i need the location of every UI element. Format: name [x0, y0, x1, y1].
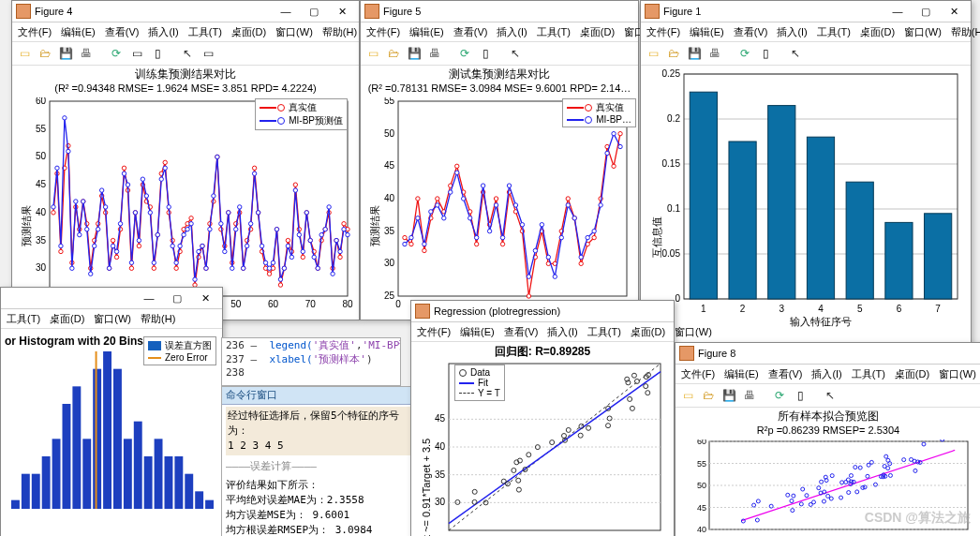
menu-desktop[interactable]: 桌面(D) [50, 312, 84, 326]
menu-insert[interactable]: 插入(I) [148, 25, 178, 39]
menu-tools[interactable]: 工具(T) [852, 367, 885, 381]
new-icon[interactable]: ▭ [645, 45, 661, 62]
histogram-window[interactable]: — ▢ ✕ 工具(T) 桌面(D) 窗口(W) 帮助(H) or Histogr… [0, 287, 223, 536]
figure-4-menubar[interactable]: 文件(F) 编辑(E) 查看(V) 插入(I) 工具(T) 桌面(D) 窗口(W… [12, 22, 359, 42]
minimize-button[interactable]: — [136, 290, 162, 306]
pan-icon[interactable]: ▯ [757, 45, 774, 62]
menu-desktop[interactable]: 桌面(D) [580, 25, 615, 39]
rotate-icon[interactable]: ⟳ [771, 387, 788, 404]
save-icon[interactable]: 💾 [720, 387, 737, 404]
fig5-legend[interactable]: 真实值 MI-BP… [562, 98, 636, 127]
hist-legend[interactable]: 误差直方图 Zero Error [143, 336, 216, 365]
menu-tools[interactable]: 工具(T) [7, 312, 40, 326]
menu-tools[interactable]: 工具(T) [817, 25, 851, 39]
menu-help[interactable]: 帮助(H) [951, 25, 980, 39]
menu-view[interactable]: 查看(V) [768, 367, 803, 381]
figure-1-axes[interactable]: 00.050.10.150.20.251234567输入特征序号 互信息值 [646, 68, 965, 342]
pan-icon[interactable]: ▯ [149, 45, 166, 62]
figure-5-axes[interactable]: 测试集预测结果对比 (R² =0.78131 RMSE= 3.0984 MSE=… [366, 67, 632, 314]
open-icon[interactable]: 🗁 [385, 45, 402, 62]
open-icon[interactable]: 🗁 [700, 387, 717, 404]
new-icon[interactable]: ▭ [16, 45, 33, 62]
menu-window[interactable]: 窗口(W) [275, 25, 313, 39]
open-icon[interactable]: 🗁 [665, 45, 682, 62]
menu-edit[interactable]: 编辑(E) [409, 25, 444, 39]
menu-insert[interactable]: 插入(I) [497, 25, 527, 39]
menu-insert[interactable]: 插入(I) [811, 367, 841, 381]
save-icon[interactable]: 💾 [406, 45, 423, 62]
menu-desktop[interactable]: 桌面(D) [860, 25, 895, 39]
menu-edit[interactable]: 编辑(E) [61, 25, 96, 39]
save-icon[interactable]: 💾 [57, 45, 74, 62]
editor-panel[interactable]: 236 – legend('真实值','MI-BP预测值'); 237 – xl… [221, 337, 401, 386]
menu-view[interactable]: 查看(V) [105, 25, 140, 39]
rotate-icon[interactable]: ⟳ [456, 45, 473, 62]
menu-window[interactable]: 窗口(W) [939, 367, 976, 381]
new-icon[interactable]: ▭ [364, 45, 381, 62]
minimize-button[interactable]: — [273, 3, 299, 20]
pointer-icon[interactable]: ↖ [507, 45, 524, 62]
pan-icon[interactable]: ▯ [792, 387, 809, 404]
menu-desktop[interactable]: 桌面(D) [631, 325, 665, 339]
new-icon[interactable]: ▭ [679, 387, 696, 404]
datatip-icon[interactable]: ▭ [200, 45, 216, 62]
pointer-icon[interactable]: ↖ [822, 387, 839, 404]
pointer-icon[interactable]: ↖ [179, 45, 196, 62]
figure-4-window[interactable]: Figure 4 — ▢ ✕ 文件(F) 编辑(E) 查看(V) 插入(I) 工… [11, 0, 360, 320]
maximize-button[interactable]: ▢ [913, 3, 939, 20]
figure-4-titlebar[interactable]: Figure 4 — ▢ ✕ [12, 1, 359, 22]
figure-8-titlebar[interactable]: Figure 8 [676, 343, 980, 365]
minimize-button[interactable]: — [884, 3, 911, 20]
reg-menubar[interactable]: 文件(F) 编辑(E) 查看(V) 插入(I) 工具(T) 桌面(D) 窗口(W… [411, 322, 674, 342]
menu-insert[interactable]: 插入(I) [547, 325, 577, 339]
figure-8-window[interactable]: Figure 8 文件(F) 编辑(E) 查看(V) 插入(I) 工具(T) 桌… [675, 342, 980, 536]
pointer-icon[interactable]: ↖ [787, 45, 804, 62]
menu-help[interactable]: 帮助(H) [141, 312, 175, 326]
menu-desktop[interactable]: 桌面(D) [231, 25, 266, 39]
menu-view[interactable]: 查看(V) [504, 325, 539, 339]
menu-view[interactable]: 查看(V) [734, 25, 768, 39]
open-icon[interactable]: 🗁 [37, 45, 53, 62]
menu-tools[interactable]: 工具(T) [587, 325, 621, 339]
rotate-icon[interactable]: ⟳ [736, 45, 753, 62]
menu-file[interactable]: 文件(F) [18, 25, 52, 39]
menu-file[interactable]: 文件(F) [681, 367, 715, 381]
figure-1-window[interactable]: Figure 1 — ▢ ✕ 文件(F) 编辑(E) 查看(V) 插入(I) 工… [640, 0, 972, 349]
menu-view[interactable]: 查看(V) [453, 25, 488, 39]
figure-1-titlebar[interactable]: Figure 1 — ▢ ✕ [641, 1, 971, 22]
figure-5-titlebar[interactable]: Figure 5 [361, 1, 638, 22]
print-icon[interactable]: 🖶 [741, 387, 758, 404]
zoom-icon[interactable]: ▭ [128, 45, 145, 62]
close-button[interactable]: ✕ [192, 290, 218, 306]
close-button[interactable]: ✕ [329, 3, 355, 20]
command-window[interactable]: 命令行窗口 经过特征选择后，保留5个特征的序号为： 1 2 3 4 5 ————… [221, 386, 418, 536]
hist-titlebar[interactable]: — ▢ ✕ [1, 288, 222, 309]
figure-8-menubar[interactable]: 文件(F) 编辑(E) 查看(V) 插入(I) 工具(T) 桌面(D) 窗口(W… [676, 365, 980, 384]
hist-menubar[interactable]: 工具(T) 桌面(D) 窗口(W) 帮助(H) [1, 309, 222, 329]
menu-tools[interactable]: 工具(T) [188, 25, 222, 39]
figure-1-menubar[interactable]: 文件(F) 编辑(E) 查看(V) 插入(I) 工具(T) 桌面(D) 窗口(W… [641, 22, 971, 42]
save-icon[interactable]: 💾 [686, 45, 703, 62]
menu-window[interactable]: 窗口(W) [675, 325, 712, 339]
menu-insert[interactable]: 插入(I) [777, 25, 807, 39]
print-icon[interactable]: 🖶 [706, 45, 723, 62]
menu-edit[interactable]: 编辑(E) [724, 367, 759, 381]
menu-edit[interactable]: 编辑(E) [460, 325, 495, 339]
menu-file[interactable]: 文件(F) [417, 325, 451, 339]
figure-4-axes[interactable]: 训练集预测结果对比 (R² =0.94348 RMSE= 1.9624 MSE=… [18, 67, 353, 314]
print-icon[interactable]: 🖶 [78, 45, 95, 62]
reg-axes[interactable]: 回归图: R=0.89285 30354045 Data Fit Y = T o… [417, 344, 668, 533]
print-icon[interactable]: 🖶 [426, 45, 443, 62]
fig4-legend[interactable]: 真实值 MI-BP预测值 [255, 98, 348, 130]
menu-edit[interactable]: 编辑(E) [690, 25, 724, 39]
menu-help[interactable]: 帮助(H) [322, 25, 357, 39]
maximize-button[interactable]: ▢ [301, 3, 327, 20]
menu-file[interactable]: 文件(F) [366, 25, 400, 39]
rotate-icon[interactable]: ⟳ [108, 45, 125, 62]
regression-window[interactable]: Regression (plotregression) 文件(F) 编辑(E) … [410, 300, 675, 536]
menu-window[interactable]: 窗口(W) [94, 312, 131, 326]
figure-5-menubar[interactable]: 文件(F) 编辑(E) 查看(V) 插入(I) 工具(T) 桌面(D) 窗口(W… [361, 22, 638, 42]
close-button[interactable]: ✕ [941, 3, 967, 20]
pan-icon[interactable]: ▯ [477, 45, 494, 62]
menu-desktop[interactable]: 桌面(D) [895, 367, 929, 381]
